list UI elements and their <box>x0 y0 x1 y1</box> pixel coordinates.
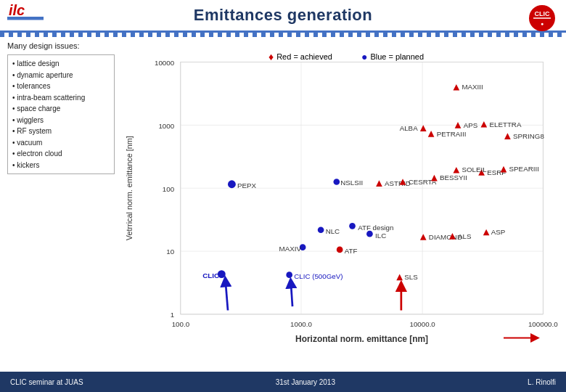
svg-text:10000.0: 10000.0 <box>410 320 436 328</box>
svg-text:1: 1 <box>171 311 174 319</box>
page-footer: CLIC seminar at JUAS 31st January 2013 L… <box>0 372 566 392</box>
svg-text:SLS: SLS <box>404 273 418 281</box>
chart-area: 10000 1000 100 10 1 100.0 1000.0 10000.0… <box>118 41 559 359</box>
list-item: vacuum <box>12 137 110 149</box>
svg-text:MAXIV: MAXIV <box>279 245 302 253</box>
main-content: Many design issues: lattice design dynam… <box>0 37 566 362</box>
list-item: tolerances <box>12 81 110 92</box>
svg-text:SOLEIL: SOLEIL <box>462 166 487 174</box>
svg-text:ASTRID: ASTRID <box>385 179 411 187</box>
svg-text:100000.0: 100000.0 <box>528 320 558 328</box>
list-item: electron cloud <box>12 148 110 160</box>
footer-seminar: CLIC seminar at JUAS <box>10 378 83 386</box>
svg-text:ELETTRA: ELETTRA <box>489 121 521 128</box>
point-NLC <box>318 226 324 233</box>
point-ATF-design <box>349 223 356 229</box>
svg-text:CLIC: CLIC <box>535 10 550 17</box>
svg-text:Horizontal norm. emittance [nm: Horizontal norm. emittance [nm] <box>295 334 428 344</box>
svg-text:SPEARIII: SPEARIII <box>509 165 539 173</box>
svg-text:NLC: NLC <box>326 227 340 235</box>
design-issues-title: Many design issues: <box>7 41 115 50</box>
scatter-chart: 10000 1000 100 10 1 100.0 1000.0 10000.0… <box>118 41 559 359</box>
page-header: Emittances generation <box>0 0 566 33</box>
svg-text:1000: 1000 <box>158 122 174 130</box>
point-ATF <box>337 247 343 253</box>
footer-author: L. Rinolfi <box>528 378 556 386</box>
svg-text:ASP: ASP <box>491 228 506 236</box>
list-item: wigglers <box>12 115 110 126</box>
design-issues-list: lattice design dynamic aperture toleranc… <box>7 54 115 174</box>
list-item: space charge <box>12 103 110 115</box>
svg-text:SPRING8: SPRING8 <box>513 132 544 140</box>
svg-text:Vetrrical norm. emittance [nm]: Vetrrical norm. emittance [nm] <box>125 136 134 240</box>
svg-text:100: 100 <box>163 185 175 193</box>
list-item: lattice design <box>12 58 110 70</box>
point-ILC <box>366 231 373 237</box>
clic-logo: CLIC ● <box>526 4 559 33</box>
svg-text:BESSYII: BESSYII <box>440 173 467 181</box>
svg-text:10000: 10000 <box>155 59 175 67</box>
list-item: RF system <box>12 126 110 137</box>
svg-text:CLIC: CLIC <box>202 271 219 279</box>
point-NSLSII <box>333 179 340 185</box>
list-item: kickers <box>12 160 110 171</box>
svg-text:MAXIII: MAXIII <box>462 83 483 91</box>
svg-text:ILC: ILC <box>375 232 386 240</box>
point-PEPX <box>228 180 236 188</box>
point-CLIC-500GeV <box>286 271 292 278</box>
svg-text:10: 10 <box>166 248 174 256</box>
footer-date: 31st January 2013 <box>276 378 335 386</box>
svg-text:PETRAIII: PETRAIII <box>437 130 467 138</box>
svg-text:1000.0: 1000.0 <box>290 320 312 328</box>
list-item: dynamic aperture <box>12 70 110 81</box>
svg-text:CLIC (500GeV): CLIC (500GeV) <box>294 272 343 280</box>
svg-text:●: ● <box>541 21 544 26</box>
left-panel: Many design issues: lattice design dynam… <box>7 41 115 359</box>
svg-text:100.0: 100.0 <box>172 320 190 328</box>
svg-text:NSLSII: NSLSII <box>340 179 363 187</box>
svg-text:PEPX: PEPX <box>237 181 257 189</box>
svg-text:ATF: ATF <box>345 247 358 255</box>
svg-text:ATF design: ATF design <box>358 224 393 232</box>
svg-text:APS: APS <box>464 121 478 129</box>
svg-text:ALS: ALS <box>458 232 472 240</box>
list-item: intra-beam scattering <box>12 92 110 104</box>
page-title: Emittances generation <box>194 6 372 25</box>
svg-text:ALBA: ALBA <box>400 124 418 132</box>
